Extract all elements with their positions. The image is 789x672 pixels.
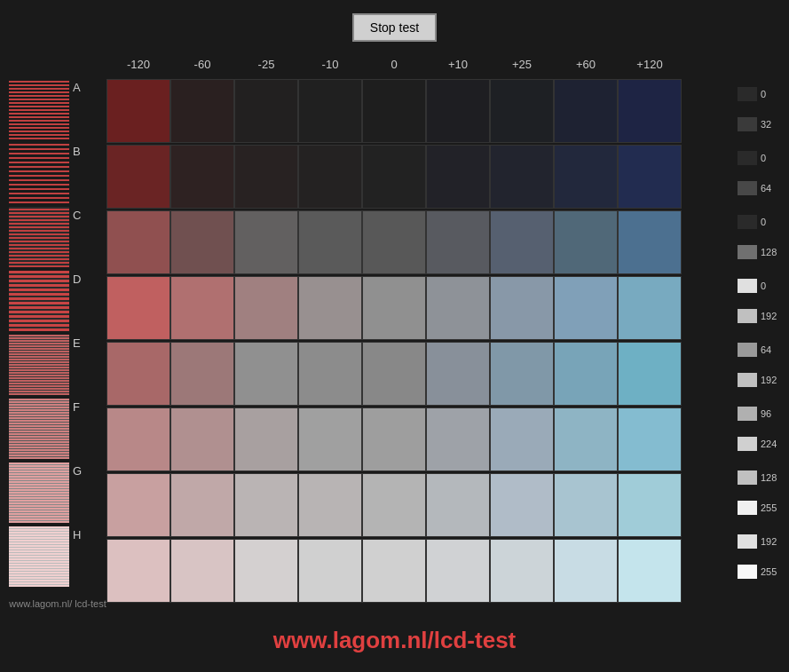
grid-cell-0-6 xyxy=(490,79,554,143)
grid-cell-4-6 xyxy=(490,342,554,406)
grid-cell-6-3 xyxy=(298,473,362,537)
col-header-7: +60 xyxy=(554,58,618,71)
grid-cell-2-4 xyxy=(362,210,426,274)
stop-test-button[interactable]: Stop test xyxy=(352,13,437,42)
right-row-2: 0128 xyxy=(736,205,789,269)
grid-cell-1-3 xyxy=(298,145,362,209)
grid-row-5 xyxy=(107,407,736,471)
row-letter-G: G xyxy=(73,464,82,478)
grid-cell-3-6 xyxy=(490,276,554,340)
grid-cell-4-2 xyxy=(234,342,298,406)
col-header-2: -25 xyxy=(234,58,298,71)
grid-cell-6-0 xyxy=(107,473,170,537)
row-G-label: G xyxy=(9,461,107,525)
row-C-label: C xyxy=(9,205,107,269)
grid-cell-2-8 xyxy=(618,210,682,274)
right-top-6: 128 xyxy=(736,470,789,485)
col-header-0: -120 xyxy=(107,58,170,71)
right-row-0: 032 xyxy=(736,77,789,141)
footer-center-text: www.lagom.nl/lcd-test xyxy=(273,627,517,654)
row-letter-H: H xyxy=(73,528,81,542)
grid-cell-4-5 xyxy=(426,342,490,406)
right-bot-3: 192 xyxy=(736,309,789,323)
col-headers: -120 -60 -25 -10 0 +10 +25 +60 +120 xyxy=(107,51,736,77)
grid-cell-6-5 xyxy=(426,473,490,537)
grid-cell-5-8 xyxy=(618,407,682,471)
row-letter-F: F xyxy=(73,400,80,414)
grid-row-1 xyxy=(107,145,736,209)
grid-cell-2-7 xyxy=(554,210,618,274)
grid-cell-2-1 xyxy=(170,210,234,274)
grid-cell-1-5 xyxy=(426,145,490,209)
row-letter-A: A xyxy=(73,81,81,94)
stop-btn-container: Stop test xyxy=(0,0,789,51)
grid-cell-7-3 xyxy=(298,539,362,603)
row-F-label: F xyxy=(9,397,107,461)
grid-cell-6-6 xyxy=(490,473,554,537)
right-row-4: 64192 xyxy=(736,333,789,397)
grid-cell-5-3 xyxy=(298,407,362,471)
grid-cell-1-6 xyxy=(490,145,554,209)
grid-cell-3-2 xyxy=(234,276,298,340)
swatch-D xyxy=(9,271,69,331)
right-bot-5: 224 xyxy=(736,437,789,451)
grid-cell-2-5 xyxy=(426,210,490,274)
grid-row-0 xyxy=(107,79,736,143)
grid-cell-3-8 xyxy=(618,276,682,340)
grid-cell-5-0 xyxy=(107,407,170,471)
right-top-2: 0 xyxy=(736,215,789,229)
grid-cell-0-1 xyxy=(170,79,234,143)
grid-cell-5-4 xyxy=(362,407,426,471)
grid-cell-2-6 xyxy=(490,210,554,274)
grid-cell-4-0 xyxy=(107,342,170,406)
grid-cell-3-0 xyxy=(107,276,170,340)
grid-cell-7-2 xyxy=(234,539,298,603)
grid-row-3 xyxy=(107,276,736,340)
grid-cell-6-8 xyxy=(618,473,682,537)
right-panel: 032064012801926419296224128255192255 xyxy=(736,51,789,611)
grid-rows xyxy=(107,79,736,603)
grid-cell-3-7 xyxy=(554,276,618,340)
right-row-6: 128255 xyxy=(736,461,789,525)
row-H-label: H xyxy=(9,525,107,589)
grid-cell-5-2 xyxy=(234,407,298,471)
right-row-5: 96224 xyxy=(736,397,789,461)
grid-cell-4-4 xyxy=(362,342,426,406)
right-top-7: 192 xyxy=(736,534,789,549)
right-bot-6: 255 xyxy=(736,501,789,515)
grid-cell-1-2 xyxy=(234,145,298,209)
right-bot-2: 128 xyxy=(736,245,789,259)
grid-cell-7-5 xyxy=(426,539,490,603)
grid-cell-0-7 xyxy=(554,79,618,143)
grid-cell-0-0 xyxy=(107,79,170,143)
grid-cell-4-8 xyxy=(618,342,682,406)
watermark-left: www.lagom.nl/ lcd-test xyxy=(9,597,107,611)
right-top-4: 64 xyxy=(736,343,789,357)
right-top-5: 96 xyxy=(736,407,789,421)
grid-cell-7-1 xyxy=(170,539,234,603)
right-bot-7: 255 xyxy=(736,565,789,579)
row-letter-B: B xyxy=(73,145,81,158)
col-header-8: +120 xyxy=(618,58,682,71)
right-top-0: 0 xyxy=(736,87,789,101)
grid-cell-1-0 xyxy=(107,145,170,209)
grid-cell-1-7 xyxy=(554,145,618,209)
grid-cell-3-3 xyxy=(298,276,362,340)
row-B-label: B xyxy=(9,141,107,205)
grid-cell-2-0 xyxy=(107,210,170,274)
grid-cell-7-7 xyxy=(554,539,618,603)
left-panel: A B C D E F G H www.lag xyxy=(9,51,107,611)
header-spacer xyxy=(9,51,107,77)
right-top-3: 0 xyxy=(736,279,789,293)
right-bot-4: 192 xyxy=(736,373,789,387)
grid-cell-4-3 xyxy=(298,342,362,406)
grid-cell-4-1 xyxy=(170,342,234,406)
row-letter-E: E xyxy=(73,336,81,350)
grid-row-7 xyxy=(107,539,736,603)
grid-cell-0-2 xyxy=(234,79,298,143)
swatch-F xyxy=(9,399,69,459)
grid-cell-1-4 xyxy=(362,145,426,209)
swatch-E xyxy=(9,335,69,395)
col-header-5: +10 xyxy=(426,58,490,71)
swatch-G xyxy=(9,462,69,523)
